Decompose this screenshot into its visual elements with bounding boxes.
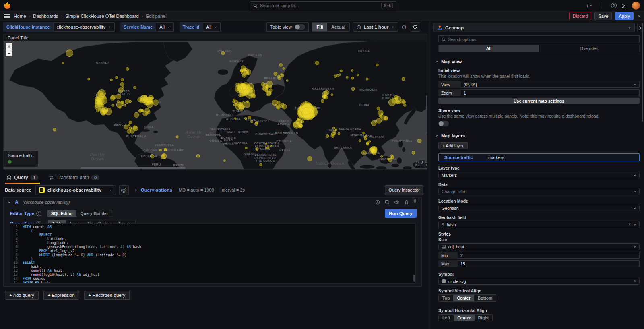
- options-search[interactable]: [438, 35, 640, 43]
- map-marker: [117, 101, 120, 103]
- align-left-option[interactable]: Left: [439, 315, 454, 321]
- breadcrumb-home[interactable]: Home: [14, 14, 26, 19]
- new-menu-button[interactable]: +: [586, 3, 593, 9]
- geomap-panel[interactable]: Panel Title AtlanticOceanPacificOceanInd…: [3, 34, 427, 170]
- location-mode-select[interactable]: Geohash: [438, 205, 640, 211]
- apply-button[interactable]: Apply: [615, 12, 634, 20]
- query-builder-option[interactable]: Query Builder: [76, 210, 111, 217]
- query-ref-id[interactable]: A: [15, 199, 19, 205]
- discard-button[interactable]: Discard: [569, 12, 591, 20]
- sql-line[interactable]: 15GROUP BY hash: [10, 281, 415, 284]
- min-input[interactable]: 2: [458, 252, 640, 259]
- sql-line[interactable]: 3 SELECT: [10, 233, 415, 237]
- geohash-field-select[interactable]: A hash ×: [438, 221, 640, 228]
- grafana-logo[interactable]: [3, 2, 11, 10]
- clear-icon[interactable]: ×: [634, 279, 636, 283]
- align-center-option[interactable]: Center: [453, 295, 474, 301]
- align-bottom-option[interactable]: Bottom: [474, 295, 496, 301]
- world-map[interactable]: AtlanticOceanPacificOceanIndian OceanRUS…: [4, 41, 427, 169]
- options-search-input[interactable]: [448, 37, 636, 42]
- share-view-toggle[interactable]: [438, 121, 449, 126]
- align-right-option[interactable]: Right: [475, 315, 493, 321]
- sql-line[interactable]: 10SELECT: [10, 261, 415, 265]
- refresh-button[interactable]: [410, 22, 420, 32]
- remove-query-trash-icon[interactable]: [404, 199, 409, 205]
- query-inspector-button[interactable]: Query inspector: [385, 185, 423, 195]
- size-field-select[interactable]: adj_heat: [438, 243, 640, 250]
- run-query-button[interactable]: Run Query: [385, 209, 417, 218]
- query-header[interactable]: A (clickhouse-observability) ⣿: [4, 198, 421, 207]
- editor-scrollbar[interactable]: [413, 275, 415, 282]
- map-zoom-out-button[interactable]: −: [6, 50, 12, 56]
- sql-line[interactable]: 4 Latitude,: [10, 237, 415, 241]
- section-map-view[interactable]: Map view: [435, 59, 640, 64]
- tab-transform-data[interactable]: Transform data 0: [47, 175, 101, 184]
- sql-line[interactable]: 9 ): [10, 257, 415, 261]
- section-map-layers[interactable]: Map layers: [435, 133, 640, 138]
- drag-handle[interactable]: ⣿: [413, 199, 417, 205]
- recorded-query-button[interactable]: + Recorded query: [84, 291, 130, 300]
- zoom-out-time-button[interactable]: ⊖: [401, 23, 407, 31]
- sql-editor-option[interactable]: SQL Editor: [47, 210, 77, 217]
- service-var-select[interactable]: All: [156, 22, 174, 32]
- layer-item-source-traffic[interactable]: Source traffic markers: [438, 153, 640, 161]
- duplicate-query-icon[interactable]: [384, 199, 390, 205]
- symbol-select[interactable]: circle.svg ×: [438, 278, 640, 285]
- map-attribution-button[interactable]: i: [419, 160, 425, 166]
- menu-icon[interactable]: [4, 14, 10, 18]
- expression-button[interactable]: + Expression: [43, 291, 79, 300]
- query-options-link[interactable]: Query options: [141, 188, 172, 192]
- sql-line[interactable]: 1WITH coords AS: [10, 225, 415, 229]
- fill-option[interactable]: Fill: [312, 23, 327, 31]
- map-horizontal-scrollbar[interactable]: [80, 167, 186, 169]
- table-view-toggle[interactable]: [295, 24, 305, 30]
- sql-line[interactable]: 2 (: [10, 229, 415, 233]
- search-input[interactable]: [260, 3, 379, 8]
- trace-var-select[interactable]: All: [203, 22, 221, 32]
- sql-line[interactable]: 14FROM coords: [10, 277, 415, 281]
- news-icon[interactable]: [621, 3, 627, 8]
- instance-var-select[interactable]: clickhouse-observability: [53, 22, 115, 32]
- left-pane-scrollbar[interactable]: [426, 95, 427, 134]
- datasource-help-button[interactable]: ◷: [119, 185, 129, 195]
- sql-line[interactable]: 13 round(log10(heat), 2) AS adj_heat: [10, 273, 415, 277]
- use-current-map-settings-button[interactable]: Use current map settings: [438, 98, 640, 104]
- actual-option[interactable]: Actual: [327, 23, 349, 31]
- save-button[interactable]: Save: [594, 12, 612, 20]
- add-query-button[interactable]: + Add query: [5, 291, 39, 300]
- panel-title[interactable]: Panel Title: [4, 34, 427, 41]
- hide-response-eye-icon[interactable]: [394, 199, 400, 205]
- datasource-picker[interactable]: clickhouse-observability: [35, 185, 116, 195]
- zoom-input[interactable]: 1: [461, 89, 640, 96]
- tab-query[interactable]: Query 1: [5, 175, 40, 184]
- collapse-header-icon[interactable]: [637, 14, 641, 18]
- max-input[interactable]: 15: [458, 260, 640, 267]
- clear-icon[interactable]: ×: [628, 222, 631, 227]
- help-icon[interactable]: ?: [611, 3, 617, 8]
- time-range-picker[interactable]: ◷ Last 1 hour: [353, 22, 398, 32]
- options-pane-scrollbar[interactable]: [642, 23, 643, 122]
- data-filter-select[interactable]: Change filter: [438, 188, 640, 195]
- tab-overrides[interactable]: Overrides: [539, 45, 639, 52]
- tab-all[interactable]: All: [439, 45, 539, 52]
- align-center-option[interactable]: Center: [454, 315, 474, 321]
- collapse-query-icon[interactable]: [8, 201, 11, 204]
- query-history-icon[interactable]: [375, 199, 380, 205]
- global-search[interactable]: ⌘+k: [250, 1, 396, 10]
- layer-type-select[interactable]: Markers: [438, 172, 640, 178]
- sql-line[interactable]: 11 hash,: [10, 265, 415, 269]
- breadcrumb-dashboards[interactable]: Dashboards: [33, 14, 58, 19]
- align-top-option[interactable]: Top: [439, 295, 453, 301]
- map-zoom-in-button[interactable]: +: [6, 43, 12, 50]
- breadcrumb-dashboard-name[interactable]: Simple ClickHouse OTel Dashboard: [65, 14, 139, 19]
- map-marker: [62, 62, 64, 64]
- map-canvas[interactable]: AtlanticOceanPacificOceanIndian OceanRUS…: [4, 41, 427, 169]
- sql-code-editor[interactable]: 1WITH coords AS2 (3 SELECT4 Latitude,5 L…: [10, 223, 416, 284]
- map-country-label: KENYA: [279, 149, 290, 152]
- editor-type-help-icon[interactable]: ?: [36, 211, 41, 216]
- add-layer-button[interactable]: + Add layer: [438, 142, 468, 149]
- view-select[interactable]: (0°, 0°): [461, 81, 640, 88]
- sql-line[interactable]: 8 WHERE (Longitude != 0) AND (Latitude !…: [10, 253, 415, 257]
- user-avatar[interactable]: [632, 2, 640, 10]
- visualization-picker[interactable]: Geomap: [433, 23, 635, 32]
